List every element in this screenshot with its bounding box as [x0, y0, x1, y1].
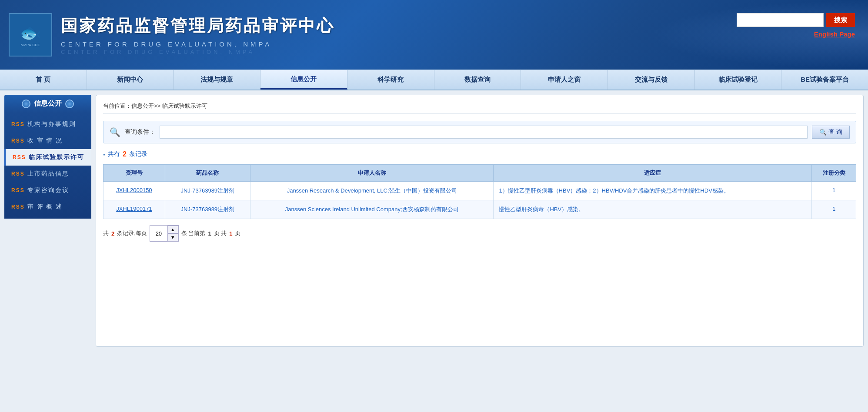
- col-header-id: 受理号: [103, 165, 165, 182]
- logo-box: 🐟 NMPA CDE: [9, 13, 52, 56]
- logo-fish-icon: 🐟: [20, 23, 41, 43]
- sidebar-item-review-overview[interactable]: RSS 审 评 概 述: [4, 199, 91, 215]
- pagination-suffix1: 条记录,每页: [117, 229, 147, 237]
- records-suffix: 条记录: [129, 150, 147, 158]
- page-size-up[interactable]: ▲: [167, 226, 178, 233]
- main-content: 当前位置：信息公开>> 临床试验默示许可 🔍 查询条件： 🔍 查 询 ▪ 共有 …: [96, 95, 864, 347]
- cell-indication: 慢性乙型肝炎病毒（HBV）感染。: [494, 200, 812, 219]
- sidebar: 信息公开 RSS 机构与办事规则 RSS 收 审 情 况 RSS 临床试验默示许…: [4, 95, 91, 347]
- nav-item-news[interactable]: 新闻中心: [87, 70, 174, 90]
- rss-icon-1: RSS: [11, 121, 25, 127]
- logo-text: NMPA CDE: [20, 43, 40, 47]
- nav-bar: 首 页 新闻中心 法规与规章 信息公开 科学研究 数据查询 申请人之窗 交流与反…: [0, 70, 868, 90]
- pagination-suffix4: 页: [235, 229, 240, 237]
- page-size-down[interactable]: ▼: [167, 233, 178, 241]
- pagination-current-page: 1: [208, 230, 211, 237]
- sidebar-header-icon-right: [65, 100, 74, 108]
- query-label: 查询条件：: [125, 128, 155, 136]
- pagination-total-records: 2: [111, 230, 114, 237]
- records-icon: ▪: [103, 151, 105, 158]
- query-btn-label: 查 询: [828, 128, 842, 136]
- col-header-category: 注册分类: [812, 165, 856, 182]
- search-row: 搜索: [737, 13, 855, 27]
- records-number: 2: [123, 150, 127, 158]
- nav-item-applicant[interactable]: 申请人之窗: [521, 70, 608, 90]
- sidebar-item-expert-meeting[interactable]: RSS 专家咨询会议: [4, 182, 91, 199]
- english-page-link[interactable]: English Page: [814, 30, 855, 38]
- pagination-total-pages: 1: [229, 230, 232, 237]
- rss-icon-3: RSS: [13, 154, 26, 160]
- sidebar-title: 信息公开: [34, 99, 62, 108]
- pagination: 共 2 条记录,每页 ▲ ▼ 条 当前第 1 页 共 1 页: [103, 225, 856, 242]
- rss-icon-2: RSS: [11, 138, 25, 144]
- sidebar-item-label: 机构与办事规则: [27, 120, 76, 128]
- sidebar-item-label: 收 审 情 况: [27, 137, 63, 145]
- col-header-applicant: 申请人名称: [250, 165, 493, 182]
- records-prefix: 共有: [108, 150, 120, 158]
- col-header-indication: 适应症: [494, 165, 812, 182]
- sidebar-item-clinical-permit[interactable]: RSS 临床试验默示许可: [4, 149, 91, 166]
- table-row: JXHL1900171 JNJ-73763989注射剂 Janssen Scie…: [103, 200, 856, 219]
- cell-indication: 1）慢性乙型肝炎病毒（HBV）感染；2）HBV/HDV合并感染的肝炎患者中的慢性…: [494, 182, 812, 200]
- cell-category: 1: [812, 200, 856, 219]
- cell-id[interactable]: JXHL2000150: [103, 182, 165, 200]
- query-bar: 🔍 查询条件： 🔍 查 询: [103, 121, 856, 143]
- query-button[interactable]: 🔍 查 询: [812, 126, 850, 139]
- search-button[interactable]: 搜索: [826, 13, 855, 27]
- nav-item-regulations[interactable]: 法规与规章: [174, 70, 260, 90]
- nav-item-science[interactable]: 科学研究: [347, 70, 434, 90]
- records-count: ▪ 共有 2 条记录: [103, 150, 856, 158]
- sidebar-header-icon: [22, 100, 30, 108]
- cell-drug-name: JNJ-73763989注射剂: [165, 200, 250, 219]
- cell-id[interactable]: JXHL1900171: [103, 200, 165, 219]
- rss-icon-6: RSS: [11, 204, 25, 210]
- col-header-drug: 药品名称: [165, 165, 250, 182]
- sidebar-item-institution[interactable]: RSS 机构与办事规则: [4, 116, 91, 133]
- sidebar-item-drug-info[interactable]: RSS 上市药品信息: [4, 166, 91, 182]
- header-title-en: CENTER FOR DRUG EVALUATION, NMPA: [61, 40, 859, 48]
- nav-item-info[interactable]: 信息公开: [260, 70, 347, 90]
- nav-item-home[interactable]: 首 页: [0, 70, 87, 90]
- cell-applicant: Janssen Sciences Ireland Unlimited Compa…: [250, 200, 493, 219]
- breadcrumb: 当前位置：信息公开>> 临床试验默示许可: [103, 102, 856, 114]
- header: 🐟 NMPA CDE 国家药品监督管理局药品审评中心 CENTER FOR DR…: [0, 0, 868, 70]
- sidebar-item-label: 审 评 概 述: [27, 203, 63, 211]
- cell-drug-name: JNJ-73763989注射剂: [165, 182, 250, 200]
- search-magnify-icon: 🔍: [110, 127, 120, 137]
- nav-item-exchange[interactable]: 交流与反馈: [608, 70, 695, 90]
- header-right: 搜索 English Page: [737, 13, 855, 38]
- data-table: 受理号 药品名称 申请人名称 适应症 注册分类 JXHL2000150 JNJ-…: [103, 164, 856, 219]
- header-title-en-reflection: CENTER FOR DRUG EVALUATION, NMPA: [61, 49, 859, 55]
- nav-item-clinical[interactable]: 临床试验登记: [695, 70, 782, 90]
- table-row: JXHL2000150 JNJ-73763989注射剂 Janssen Rese…: [103, 182, 856, 200]
- page-size-input[interactable]: [150, 229, 167, 238]
- query-btn-icon: 🔍: [819, 129, 827, 136]
- sidebar-item-label: 上市药品信息: [27, 170, 69, 178]
- nav-item-data[interactable]: 数据查询: [434, 70, 521, 90]
- query-input[interactable]: [160, 126, 808, 139]
- rss-icon-4: RSS: [11, 171, 25, 177]
- rss-icon-5: RSS: [11, 187, 25, 193]
- content-wrapper: 信息公开 RSS 机构与办事规则 RSS 收 审 情 况 RSS 临床试验默示许…: [0, 90, 868, 351]
- pagination-suffix3: 页 共: [214, 229, 227, 237]
- sidebar-item-label: 临床试验默示许可: [29, 153, 84, 161]
- sidebar-menu: RSS 机构与办事规则 RSS 收 审 情 况 RSS 临床试验默示许可 RSS…: [4, 113, 91, 219]
- sidebar-item-label: 专家咨询会议: [27, 186, 69, 194]
- pagination-total-prefix: 共: [103, 229, 109, 237]
- sidebar-header: 信息公开: [4, 95, 91, 113]
- pagination-suffix2: 条 当前第: [181, 229, 206, 237]
- sidebar-item-review-status[interactable]: RSS 收 审 情 况: [4, 133, 91, 149]
- search-input[interactable]: [737, 13, 824, 27]
- cell-applicant: Janssen Research & Development, LLC;强生（中…: [250, 182, 493, 200]
- nav-item-be[interactable]: BE试验备案平台: [781, 70, 868, 90]
- cell-category: 1: [812, 182, 856, 200]
